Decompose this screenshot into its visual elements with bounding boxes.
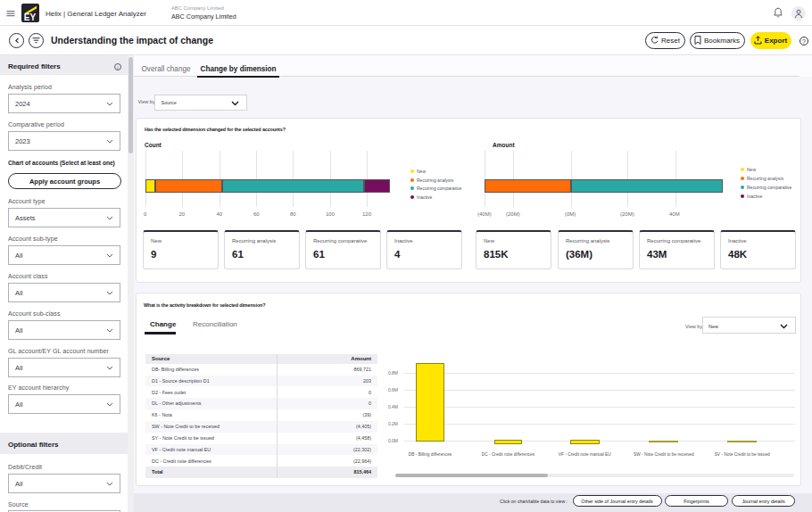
svg-text:EY: EY: [24, 12, 37, 22]
